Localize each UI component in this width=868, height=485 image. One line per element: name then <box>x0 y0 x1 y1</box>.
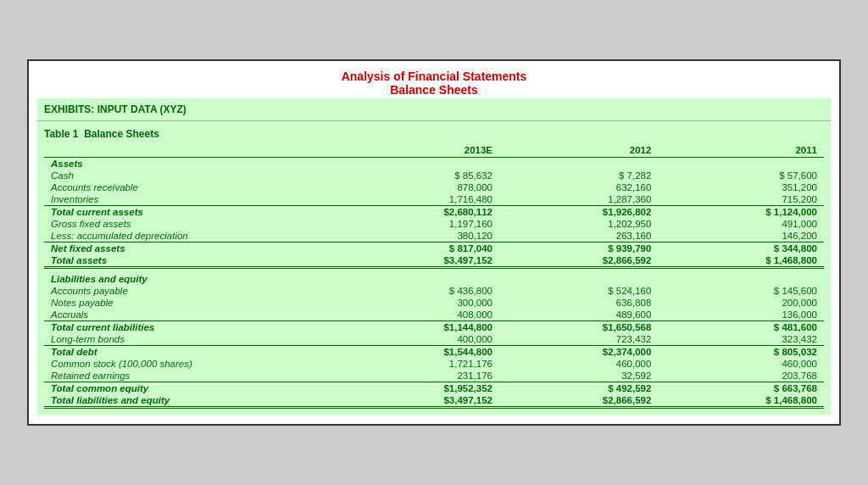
row-value: $ 663,768 <box>658 382 824 394</box>
row-value: 489,600 <box>499 309 658 321</box>
table-row: Cash$ 85,632$ 7,282$ 57,600 <box>44 170 824 181</box>
page-title-line1: Analysis of Financial Statements Balance… <box>37 70 831 97</box>
row-label: Less: accumulated depreciation <box>44 230 341 242</box>
row-value: 400,000 <box>341 333 499 346</box>
row-value: $3,497,152 <box>341 394 499 408</box>
table-row: Assets <box>44 158 824 170</box>
row-value: 491,000 <box>658 218 824 230</box>
row-label: Assets <box>44 158 341 170</box>
row-value: 1,287,360 <box>499 193 658 206</box>
table-row: Notes payable300,000636,808200,000 <box>44 297 824 309</box>
row-label: Total current liabilities <box>44 321 341 333</box>
row-value: 351,200 <box>658 181 824 193</box>
table-row: Total common equity$1,952,352$ 492,592$ … <box>44 382 824 394</box>
row-value: 200,000 <box>658 297 824 309</box>
row-value: 636,808 <box>499 297 658 309</box>
table-row: Total debt$1,544,800$2,374,000$ 805,032 <box>44 345 824 358</box>
row-value: 632,160 <box>499 181 658 193</box>
row-value: 1,202,950 <box>499 218 658 230</box>
row-label: Common stock (100,000 shares) <box>44 358 341 370</box>
row-value: $1,952,352 <box>341 382 499 394</box>
row-value: 146,200 <box>658 230 824 242</box>
row-value: $1,650,568 <box>499 321 658 333</box>
table-row: Gross fixed assets1,197,1601,202,950491,… <box>44 218 824 230</box>
row-value: $ 1,124,000 <box>658 206 824 219</box>
table-row: Total current liabilities$1,144,800$1,65… <box>44 321 824 333</box>
row-value: $ 939,790 <box>499 242 658 255</box>
row-value: 1,716,480 <box>341 193 499 206</box>
col-header-2013e: 2013E <box>341 143 499 158</box>
table-row: Liabilities and equity <box>44 273 824 285</box>
row-value: $ 145,600 <box>658 285 824 297</box>
row-label: Retained earnings <box>44 370 341 382</box>
row-value: 878,000 <box>341 181 499 193</box>
row-value: $ 436,800 <box>341 285 499 297</box>
row-value: $2,866,592 <box>499 394 658 408</box>
row-value: $3,497,152 <box>341 254 499 268</box>
row-value: 460,000 <box>658 358 824 370</box>
table-row: Retained earnings231,17632,592203,768 <box>44 370 824 382</box>
row-value: $ 85,632 <box>341 170 499 181</box>
row-value: $1,144,800 <box>341 321 499 333</box>
table-title: Table 1 Balance Sheets <box>44 128 824 140</box>
table-row: Common stock (100,000 shares)1,721,17646… <box>44 358 824 370</box>
row-value <box>658 158 824 170</box>
row-value: $ 57,600 <box>658 170 824 181</box>
row-value: $1,926,802 <box>499 206 658 219</box>
row-value: 460,000 <box>499 358 658 370</box>
row-value: 263,160 <box>499 230 658 242</box>
table-row: Long-term bonds400,000723,432323,432 <box>44 333 824 346</box>
row-value: $ 492,592 <box>499 382 658 394</box>
row-value: 203,768 <box>658 370 824 382</box>
row-label: Accruals <box>44 309 341 321</box>
table-row: Less: accumulated depreciation380,120263… <box>44 230 824 242</box>
row-label: Total liabilities and equity <box>44 394 341 408</box>
row-value: $ 481,600 <box>658 321 824 333</box>
row-label: Inventories <box>44 193 341 206</box>
row-label: Total current assets <box>44 206 341 219</box>
row-value <box>499 158 658 170</box>
table-row: Total assets$3,497,152$2,866,592$ 1,468,… <box>44 254 824 268</box>
row-label: Total debt <box>44 345 341 358</box>
row-value: $ 7,282 <box>499 170 658 181</box>
row-label: Accounts payable <box>44 285 341 297</box>
row-value: 1,721,176 <box>341 358 499 370</box>
row-value: $2,374,000 <box>499 345 658 358</box>
row-value <box>499 273 658 285</box>
row-value: $ 805,032 <box>658 345 824 358</box>
table-container: Table 1 Balance Sheets 2013E 2012 2011 A… <box>37 121 831 415</box>
table-row: Accruals408,000489,600136,000 <box>44 309 824 321</box>
section-header: EXHIBITS: INPUT DATA (XYZ) <box>37 98 831 121</box>
row-label: Cash <box>44 170 341 181</box>
row-value: $2,866,592 <box>499 254 658 268</box>
row-value: $ 524,160 <box>499 285 658 297</box>
row-value: $2,680,112 <box>341 206 499 219</box>
table-row: Inventories1,716,4801,287,360715,200 <box>44 193 824 206</box>
row-value: 32,592 <box>499 370 658 382</box>
row-value: 715,200 <box>658 193 824 206</box>
row-label: Total common equity <box>44 382 341 394</box>
table-row: Accounts receivable878,000632,160351,200 <box>44 181 824 193</box>
main-container: Analysis of Financial Statements Balance… <box>27 59 841 426</box>
row-label: Gross fixed assets <box>44 218 341 230</box>
row-value: $ 817,040 <box>341 242 499 255</box>
row-value: 323,432 <box>658 333 824 346</box>
col-header-2012: 2012 <box>499 143 658 158</box>
row-value: 300,000 <box>341 297 499 309</box>
row-value <box>341 158 499 170</box>
table-row: Total current assets$2,680,112$1,926,802… <box>44 206 824 219</box>
row-value: $1,544,800 <box>341 345 499 358</box>
row-value: $ 1,468,800 <box>658 394 824 408</box>
row-label: Long-term bonds <box>44 333 341 346</box>
row-value: $ 344,800 <box>658 242 824 255</box>
row-label: Accounts receivable <box>44 181 341 193</box>
row-label: Total assets <box>44 254 341 268</box>
row-label: Liabilities and equity <box>44 273 341 285</box>
row-label: Net fixed assets <box>44 242 341 255</box>
row-value: 380,120 <box>341 230 499 242</box>
table-row: Accounts payable$ 436,800$ 524,160$ 145,… <box>44 285 824 297</box>
row-value: 136,000 <box>658 309 824 321</box>
row-label: Notes payable <box>44 297 341 309</box>
col-header-2011: 2011 <box>658 143 824 158</box>
table-row: Total liabilities and equity$3,497,152$2… <box>44 394 824 408</box>
